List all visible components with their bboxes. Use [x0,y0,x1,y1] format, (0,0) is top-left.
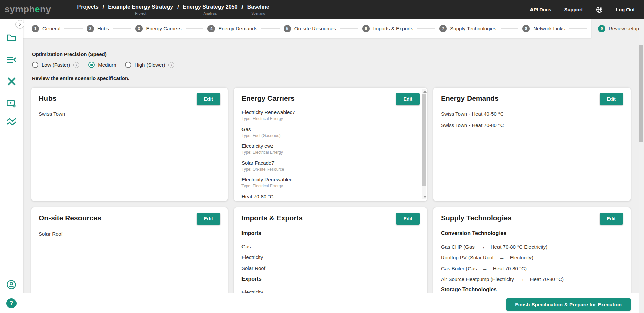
hub-item: Swiss Town [39,111,218,117]
info-icon[interactable]: i [168,62,174,68]
energy-carriers-card: Energy Carriers Edit Electricity Renewab… [234,88,427,201]
scrollbar-thumb[interactable] [422,94,426,186]
step-energy-demands[interactable]: 4 Energy Demands [207,25,257,32]
chevron-right-icon [18,22,22,27]
conversion-technology-item: Air Source Heatpump (Electricity→Heat 70… [441,276,620,282]
stepper-connector [186,28,204,29]
radio-high-slower[interactable]: High (Slower) i [125,62,175,68]
account-icon[interactable] [6,280,17,290]
card-title: Energy Demands [441,94,499,102]
scenario-list-icon[interactable] [6,55,17,65]
sidebar-expand-button[interactable] [15,20,24,29]
radio-circle-selected[interactable] [88,62,95,68]
radio-medium[interactable]: Medium [88,62,116,68]
stepper-connector [113,28,131,29]
card-scrollbar[interactable] [422,89,426,199]
projects-folder-icon[interactable] [6,33,17,43]
step-network-links[interactable]: 8 Network Links [522,25,565,32]
edit-energy-demands-button[interactable]: Edit [600,93,623,105]
energy-demand-item: Swiss Town - Heat 70-80 °C [441,122,620,128]
step-supply-technologies[interactable]: 7 Supply Technologies [439,25,496,32]
design-tools-icon[interactable] [6,77,17,87]
step-energy-carriers[interactable]: 3 Energy Carriers [135,25,182,32]
step-general[interactable]: 1 General [32,25,60,32]
card-title: Energy Carriers [242,94,295,102]
energy-carrier-item: Electricity Renewablec Type: Electrical … [242,176,417,189]
stepper: 1 General 2 Hubs 3 Energy Carriers 4 Ene… [23,19,591,38]
step-hubs[interactable]: 2 Hubs [87,25,109,32]
edit-imports-exports-button[interactable]: Edit [396,213,420,225]
breadcrumb: Projects / Example Energy Strategy Proje… [77,4,269,15]
help-icon[interactable]: ? [6,298,17,308]
stepper-connector [417,28,436,29]
radio-low-faster[interactable]: Low (Faster) i [32,62,79,68]
onsite-resource-item: Solar Roof [39,231,218,237]
scroll-up-icon[interactable] [423,91,427,93]
info-icon[interactable]: i [73,62,79,68]
arrow-right-icon: → [499,254,505,261]
stepper-connector [340,28,358,29]
page-scrollbar-thumb[interactable] [639,45,643,142]
arrow-right-icon: → [482,265,488,272]
exports-heading: Exports [242,276,417,282]
storage-technologies-heading: Storage Technologies [441,287,620,293]
language-globe-icon[interactable] [595,6,603,13]
radio-circle[interactable] [32,62,38,68]
optimization-precision-label: Optimization Precision (Speed) [32,51,107,57]
results-waves-icon[interactable] [6,117,17,127]
sidebar: ? [0,19,23,313]
breadcrumb-projects[interactable]: Projects [77,4,99,10]
arrow-right-icon: → [519,276,525,282]
stepper-connector [261,28,280,29]
energy-carrier-item: Electricity Renewablec7 Type: Electrical… [242,109,417,121]
finish-specification-button[interactable]: Finish Specification & Prepare for Execu… [506,298,631,311]
breadcrumb-separator: / [99,4,108,10]
breadcrumb-scenario[interactable]: Baseline Scenario [247,4,269,15]
breadcrumb-separator: / [173,4,183,10]
edit-energy-carriers-button[interactable]: Edit [396,93,420,105]
breadcrumb-analysis[interactable]: Energy Strategy 2050 Analysis [183,4,238,15]
page-scrollbar[interactable] [639,19,644,313]
footer-bar: Finish Specification & Prepare for Execu… [23,293,639,313]
optimization-radio-group: Low (Faster) i Medium High (Slower) i [32,62,174,68]
step-onsite-resources[interactable]: 5 On-site Resources [284,25,336,32]
stepper-connector [501,28,519,29]
edit-supply-technologies-button[interactable]: Edit [600,213,623,225]
app-header: sympheny Projects / Example Energy Strat… [0,0,644,19]
stepper-connector [569,28,587,29]
sympheny-logo[interactable]: sympheny [5,4,51,15]
scroll-down-icon[interactable] [423,196,427,198]
radio-circle[interactable] [125,62,131,68]
energy-carrier-item: Electricity ewz Type: Electrical Energy [242,143,417,155]
conversion-technologies-heading: Conversion Technologies [441,230,620,236]
import-item: Electricity [242,254,417,260]
header-nav: API Docs Support Log Out [530,0,635,19]
conversion-technology-item: Rooftop PV (Solar Roof→Electricity) [441,254,620,261]
breadcrumb-separator: / [237,4,247,10]
import-item: Gas [242,244,417,250]
import-item: Solar Roof [242,265,417,271]
breadcrumb-project[interactable]: Example Energy Strategy Project [108,4,173,15]
execution-settings-icon[interactable] [6,99,17,109]
api-docs-link[interactable]: API Docs [530,7,551,12]
conversion-technology-item: Gas CHP (Gas→Heat 70-80 °C Electricity) [441,244,620,250]
logout-link[interactable]: Log Out [616,7,635,12]
energy-demands-card: Energy Demands Edit Swiss Town - Heat 40… [433,88,631,201]
step-review-setup[interactable]: 9 Review setup [598,19,639,38]
energy-carrier-item: Gas Type: Fuel (Gaseous) [242,126,417,138]
card-title: On-site Resources [39,214,101,222]
arrow-right-icon: → [480,244,485,250]
stepper-connector [64,28,83,29]
conversion-technology-item: Gas Boiler (Gas→Heat 70-80 °C) [441,265,620,272]
review-note: Review the entire scenario specification… [32,75,129,81]
card-title: Imports & Exports [242,214,303,222]
step-imports-exports[interactable]: 6 Imports & Exports [362,25,413,32]
support-link[interactable]: Support [564,7,583,12]
edit-hubs-button[interactable]: Edit [197,93,220,105]
hubs-card: Hubs Edit Swiss Town [31,88,228,201]
edit-onsite-resources-button[interactable]: Edit [197,213,220,225]
card-title: Supply Technologies [441,214,512,222]
energy-demand-item: Swiss Town - Heat 40-50 °C [441,111,620,117]
card-title: Hubs [39,94,57,102]
imports-heading: Imports [242,230,417,236]
